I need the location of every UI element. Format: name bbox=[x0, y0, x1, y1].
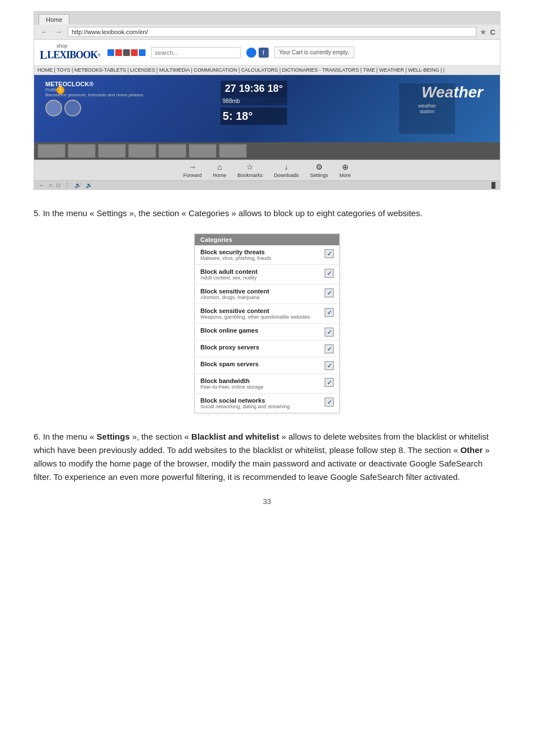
category-checkbox[interactable] bbox=[325, 398, 334, 407]
category-checkbox[interactable] bbox=[325, 308, 334, 317]
category-item-text: Block sensitive contentAbortion, drugs, … bbox=[200, 288, 320, 300]
thumb4 bbox=[128, 144, 156, 158]
tool-home[interactable]: ⌂ Home bbox=[213, 162, 226, 178]
status-menu[interactable]: ⋮ bbox=[64, 182, 70, 188]
social-icons: f bbox=[246, 48, 269, 58]
url-bar[interactable]: http://www.lexibook.com/en/ bbox=[68, 27, 476, 37]
categories-panel: Categories Block security threatsMalware… bbox=[194, 234, 340, 413]
category-item-title: Block sensitive content bbox=[200, 288, 320, 295]
status-tab[interactable]: □ bbox=[57, 182, 60, 188]
category-item-text: Block spam servers bbox=[200, 361, 320, 367]
product-image-right: weatherstation bbox=[399, 83, 455, 134]
category-item-text: Block adult contentAdult content, sex, n… bbox=[200, 268, 320, 281]
category-item-title: Block online games bbox=[200, 327, 320, 334]
circle1 bbox=[45, 100, 62, 116]
home-icon: ⌂ bbox=[217, 162, 222, 171]
category-item: Block sensitive contentAbortion, drugs, … bbox=[195, 284, 339, 304]
tool-bookmarks-label: Bookmarks bbox=[237, 172, 263, 178]
facebook-icon: f bbox=[259, 48, 269, 58]
section6-settings-bold: Settings bbox=[97, 432, 130, 441]
category-item-text: Block security threatsMalware, virus, ph… bbox=[200, 249, 320, 261]
category-item-text: Block social networksSocial networking, … bbox=[200, 397, 320, 409]
logo-l: L bbox=[40, 49, 47, 62]
tool-bookmarks[interactable]: ☆ Bookmarks bbox=[237, 162, 263, 178]
thumb7 bbox=[219, 144, 247, 158]
logo-shop-text: shop bbox=[57, 43, 68, 49]
category-item: Block sensitive contentWeapons, gambling… bbox=[195, 304, 339, 324]
category-item: Block security threatsMalware, virus, ph… bbox=[195, 245, 339, 265]
category-item-text: Block sensitive contentWeapons, gambling… bbox=[200, 307, 320, 320]
category-item-title: Block security threats bbox=[200, 249, 320, 255]
lexi-logo: shop L LEXIBOOK ® bbox=[40, 43, 101, 62]
forward-button[interactable]: → bbox=[53, 27, 64, 37]
settings-icon: ⚙ bbox=[316, 162, 323, 171]
lexi-search-input[interactable] bbox=[151, 47, 241, 58]
bookmark-icon[interactable]: ★ bbox=[480, 27, 487, 36]
icon-red bbox=[115, 49, 122, 56]
category-checkbox[interactable] bbox=[325, 269, 334, 278]
logo-icon-row bbox=[107, 49, 146, 56]
category-item: Block adult contentAdult content, sex, n… bbox=[195, 265, 339, 284]
clock-display: 27 19:36 18° 988mb 5: 18° bbox=[221, 81, 287, 125]
thumb5 bbox=[158, 144, 186, 158]
more-icon: ⊕ bbox=[342, 162, 349, 171]
categories-header: Categories bbox=[195, 234, 339, 245]
bookmarks-icon: ☆ bbox=[246, 162, 254, 171]
category-item-title: Block sensitive content bbox=[200, 307, 320, 314]
logo-main-text: LEXIBOOK bbox=[47, 49, 97, 61]
category-item-title: Block spam servers bbox=[200, 361, 320, 367]
forward-icon: → bbox=[189, 162, 196, 171]
section6-text: 6. In the menu « Settings », the section… bbox=[34, 430, 500, 484]
tool-forward-label: Forward bbox=[183, 172, 202, 178]
browser-screenshot: Home ← → http://www.lexibook.com/en/ ★ C… bbox=[34, 11, 500, 190]
category-checkbox[interactable] bbox=[325, 361, 334, 370]
thumb2 bbox=[68, 144, 96, 158]
clock-circles bbox=[45, 100, 143, 116]
category-checkbox[interactable] bbox=[325, 328, 334, 337]
category-item-text: Block proxy servers bbox=[200, 344, 320, 351]
page-number: 33 bbox=[34, 497, 500, 506]
icon-red2 bbox=[131, 49, 138, 56]
status-vol-off[interactable]: 🔊 bbox=[74, 182, 81, 188]
category-checkbox[interactable] bbox=[325, 344, 334, 353]
category-item: Block proxy servers bbox=[195, 340, 339, 357]
cart-info: Your Cart is currently empty. bbox=[274, 46, 354, 58]
section5-text: 5. In the menu « Settings », the section… bbox=[34, 207, 500, 220]
category-item-text: Block bandwidthPeer-to-Peer, online stor… bbox=[200, 377, 320, 390]
circle2 bbox=[64, 100, 81, 116]
category-item-text: Block online games bbox=[200, 327, 320, 334]
downloads-icon: ↓ bbox=[284, 162, 288, 171]
google-icon bbox=[246, 48, 256, 58]
icon-blue2 bbox=[139, 49, 146, 56]
tool-more[interactable]: ⊕ More bbox=[339, 162, 351, 178]
lexi-header: shop L LEXIBOOK ® f Your Cart is cu bbox=[34, 40, 500, 66]
category-item-sub: Malware, virus, phishing, frauds bbox=[200, 255, 320, 261]
back-button[interactable]: ← bbox=[39, 27, 50, 37]
logo-reg: ® bbox=[97, 53, 100, 57]
category-checkbox[interactable] bbox=[325, 378, 334, 387]
category-checkbox[interactable] bbox=[325, 249, 334, 258]
status-back[interactable]: ← bbox=[39, 182, 44, 188]
tool-settings[interactable]: ⚙ Settings bbox=[310, 162, 329, 178]
section6-other-bold: Other bbox=[460, 445, 483, 455]
lexi-website: shop L LEXIBOOK ® f Your Cart is cu bbox=[34, 40, 500, 189]
banner-product: METEOCLOCK® PURE Barometric pressure, fo… bbox=[45, 81, 143, 116]
tool-downloads[interactable]: ↓ Downloads bbox=[274, 162, 299, 178]
tool-forward[interactable]: → Forward bbox=[183, 162, 202, 178]
category-item: Block spam servers bbox=[195, 357, 339, 374]
category-item: Block bandwidthPeer-to-Peer, online stor… bbox=[195, 374, 339, 394]
refresh-icon[interactable]: C bbox=[490, 28, 495, 36]
browser-tab-bar: Home bbox=[34, 12, 500, 25]
section6-intro: 6. In the menu « bbox=[34, 432, 97, 441]
tool-downloads-label: Downloads bbox=[274, 172, 299, 178]
status-window[interactable]: ○ bbox=[49, 182, 52, 188]
thumb1 bbox=[38, 144, 65, 158]
categories-list: Block security threatsMalware, virus, ph… bbox=[195, 245, 339, 413]
status-vol-on[interactable]: 🔉 bbox=[86, 182, 92, 188]
thumb6 bbox=[189, 144, 217, 158]
category-checkbox[interactable] bbox=[325, 288, 334, 297]
section6-blacklist-bold: Blacklist and whitelist bbox=[191, 432, 279, 441]
category-item-sub: Weapons, gambling, other questionable we… bbox=[200, 314, 320, 320]
browser-tab[interactable]: Home bbox=[39, 14, 69, 25]
icon-blue bbox=[107, 49, 114, 56]
